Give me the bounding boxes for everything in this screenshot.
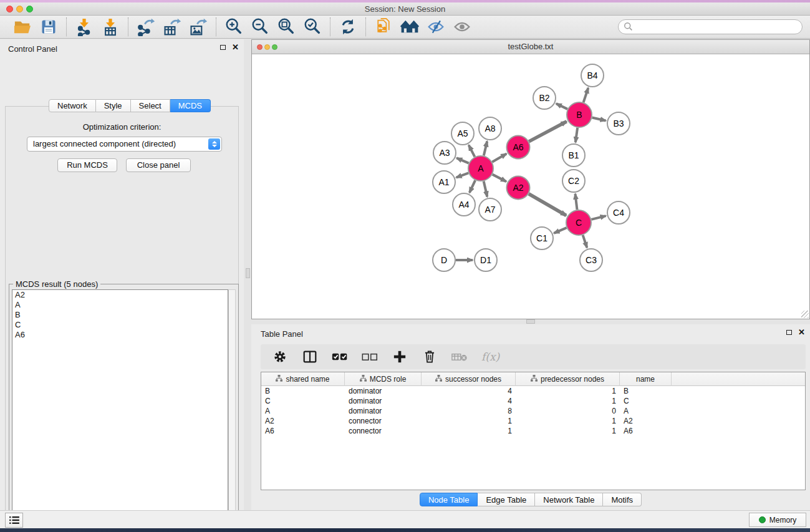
export-image-icon[interactable] bbox=[188, 17, 208, 36]
column-header-successor-nodes[interactable]: successor nodes bbox=[422, 372, 516, 386]
table-cell: 4 bbox=[422, 386, 516, 396]
tab-network-table[interactable]: Network Table bbox=[535, 493, 603, 506]
graph-edge-C-C2[interactable] bbox=[575, 194, 577, 210]
deselect-all-rows-icon[interactable] bbox=[362, 349, 378, 365]
graph-edge-C-C3[interactable] bbox=[583, 235, 587, 248]
save-session-icon[interactable] bbox=[39, 17, 59, 36]
graph-edge-A-A7[interactable] bbox=[484, 181, 488, 196]
tab-motifs[interactable]: Motifs bbox=[603, 493, 642, 506]
search-input[interactable] bbox=[634, 21, 802, 33]
network-canvas[interactable]: AA1A2A3A4A5A6A7A8BB1B2B3B4CC1C2C3C4DD1 bbox=[252, 54, 809, 319]
search-field[interactable] bbox=[618, 19, 803, 34]
import-network-from-file-icon[interactable] bbox=[74, 17, 94, 36]
tab-mcds[interactable]: MCDS bbox=[170, 99, 211, 112]
criterion-dropdown[interactable]: largest connected component (directed) bbox=[27, 137, 222, 152]
refresh-layout-icon[interactable] bbox=[338, 17, 358, 36]
hide-selected-icon[interactable] bbox=[426, 17, 446, 36]
zoom-selected-icon[interactable] bbox=[302, 17, 322, 36]
column-header-label: predecessor nodes bbox=[541, 375, 604, 384]
tab-network[interactable]: Network bbox=[49, 99, 96, 112]
network-from-file-icon[interactable] bbox=[374, 17, 393, 36]
mcds-result-item[interactable]: A6 bbox=[12, 330, 228, 340]
open-session-icon[interactable] bbox=[12, 17, 32, 36]
column-header-predecessor-nodes[interactable]: predecessor nodes bbox=[516, 372, 620, 386]
tab-select[interactable]: Select bbox=[131, 99, 170, 112]
table-row[interactable]: Bdominator41B bbox=[261, 386, 805, 396]
graph-edge-A6-B[interactable] bbox=[529, 122, 566, 142]
column-header-label: MCDS role bbox=[370, 375, 407, 384]
window-close-button[interactable] bbox=[6, 6, 13, 12]
graph-edge-B-B1[interactable] bbox=[576, 128, 577, 142]
network-minimize-button[interactable] bbox=[264, 44, 270, 50]
mcds-result-item[interactable]: A2 bbox=[12, 290, 228, 300]
mcds-result-item[interactable]: C bbox=[12, 320, 228, 330]
select-all-rows-icon[interactable] bbox=[332, 349, 348, 365]
graph-edge-A2-C[interactable] bbox=[529, 194, 566, 216]
apply-function-icon[interactable]: f(x) bbox=[481, 351, 499, 363]
vertical-split-handle[interactable] bbox=[246, 268, 250, 278]
export-network-icon[interactable] bbox=[136, 17, 156, 36]
window-resize-grip[interactable] bbox=[801, 311, 809, 318]
show-hidden-icon[interactable] bbox=[452, 17, 472, 36]
memory-button[interactable]: Memory bbox=[749, 513, 806, 527]
column-settings-icon[interactable] bbox=[272, 349, 288, 365]
graph-edge-A-A6[interactable] bbox=[492, 154, 506, 162]
tab-edge-table[interactable]: Edge Table bbox=[478, 493, 535, 506]
table-cell: A6 bbox=[261, 426, 345, 436]
network-window-titlebar[interactable]: testGlobe.txt bbox=[252, 40, 809, 54]
shared-column-icon bbox=[360, 375, 367, 384]
float-panel-icon[interactable] bbox=[786, 330, 792, 335]
close-panel-icon[interactable]: ✕ bbox=[798, 329, 805, 336]
table-row[interactable]: Adominator80A bbox=[261, 406, 805, 416]
split-view-icon[interactable] bbox=[302, 349, 318, 365]
graph-edge-A-A5[interactable] bbox=[469, 145, 475, 157]
table-row[interactable]: Cdominator41C bbox=[261, 396, 805, 406]
graph-node-label-A3: A3 bbox=[439, 148, 450, 158]
tab-node-table[interactable]: Node Table bbox=[420, 493, 478, 506]
graph-edge-B-B4[interactable] bbox=[584, 88, 589, 102]
delete-column-icon[interactable] bbox=[422, 349, 438, 365]
graph-edge-A-A2[interactable] bbox=[493, 175, 506, 181]
tab-style[interactable]: Style bbox=[96, 99, 131, 112]
graph-edge-B-B2[interactable] bbox=[556, 104, 567, 109]
column-header-name[interactable]: name bbox=[620, 372, 672, 386]
network-zoom-button[interactable] bbox=[272, 44, 277, 50]
task-history-button[interactable] bbox=[5, 513, 23, 528]
close-panel-button[interactable]: Close panel bbox=[126, 158, 191, 172]
graph-edge-B-B3[interactable] bbox=[592, 118, 605, 121]
graph-node-label-A4: A4 bbox=[458, 200, 469, 210]
graph-edge-A-A3[interactable] bbox=[456, 158, 468, 163]
app-title: Session: New Session bbox=[0, 2, 810, 16]
graph-edge-A-A8[interactable] bbox=[484, 141, 487, 155]
graph-edge-A-A1[interactable] bbox=[456, 173, 469, 177]
table-row[interactable]: A6connector11A6 bbox=[261, 426, 805, 436]
horizontal-split-handle[interactable] bbox=[526, 319, 535, 324]
run-mcds-button[interactable]: Run MCDS bbox=[57, 158, 117, 172]
float-panel-icon[interactable] bbox=[220, 45, 226, 50]
column-header-MCDS-role[interactable]: MCDS role bbox=[345, 372, 422, 386]
export-table-icon[interactable] bbox=[162, 17, 182, 36]
window-zoom-button[interactable] bbox=[26, 6, 33, 12]
graph-edge-A-A4[interactable] bbox=[470, 180, 475, 193]
network-close-button[interactable] bbox=[257, 44, 263, 50]
table-toolbar: f(x) bbox=[261, 344, 806, 369]
table-row[interactable]: A2connector11A2 bbox=[261, 416, 805, 426]
mcds-result-title: MCDS result (5 nodes) bbox=[13, 279, 100, 289]
home-icon[interactable] bbox=[400, 17, 420, 36]
zoom-in-icon[interactable] bbox=[224, 17, 244, 36]
delete-table-icon[interactable] bbox=[451, 349, 468, 365]
mcds-result-scrollbar[interactable] bbox=[228, 289, 236, 532]
add-column-icon[interactable] bbox=[392, 349, 408, 365]
import-table-from-file-icon[interactable] bbox=[100, 17, 120, 36]
graph-node-label-A2: A2 bbox=[513, 183, 523, 193]
close-panel-icon[interactable]: ✕ bbox=[232, 44, 239, 51]
mcds-result-item[interactable]: B bbox=[12, 310, 228, 320]
zoom-fit-content-icon[interactable] bbox=[276, 17, 296, 36]
graph-edge-C-C1[interactable] bbox=[554, 228, 566, 233]
graph-edge-C-C4[interactable] bbox=[591, 216, 605, 220]
zoom-out-icon[interactable] bbox=[250, 17, 270, 36]
column-header-shared-name[interactable]: shared name bbox=[261, 372, 345, 386]
graph-node-label-C3: C3 bbox=[586, 255, 597, 265]
window-minimize-button[interactable] bbox=[16, 6, 23, 12]
mcds-result-item[interactable]: A bbox=[12, 300, 228, 310]
